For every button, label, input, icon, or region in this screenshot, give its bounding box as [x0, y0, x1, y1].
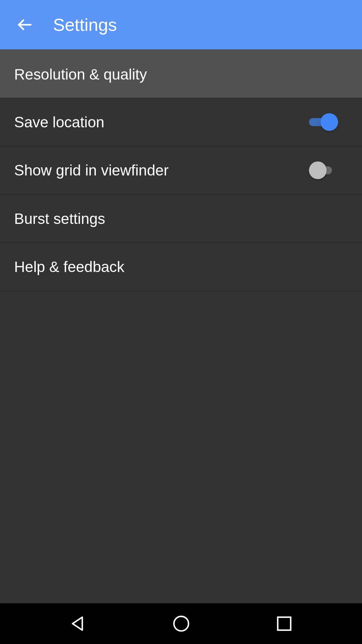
triangle-back-icon: [68, 614, 88, 633]
settings-item-resolution-quality[interactable]: Resolution & quality: [0, 50, 362, 98]
empty-space: [0, 291, 362, 603]
circle-home-icon: [171, 614, 191, 633]
toggle-thumb: [321, 113, 338, 131]
settings-item-label: Show grid in viewfinder: [14, 162, 169, 179]
settings-item-label: Burst settings: [14, 210, 105, 227]
settings-list: Resolution & quality Save location Show …: [0, 50, 362, 603]
settings-item-label: Help & feedback: [14, 258, 124, 275]
toggle-thumb: [309, 161, 326, 179]
settings-item-show-grid[interactable]: Show grid in viewfinder: [0, 147, 362, 195]
navigation-bar: [0, 603, 362, 644]
nav-recent-button[interactable]: [262, 610, 306, 637]
page-title: Settings: [53, 15, 117, 35]
svg-point-0: [174, 616, 188, 631]
settings-item-burst-settings[interactable]: Burst settings: [0, 195, 362, 243]
settings-item-label: Save location: [14, 114, 104, 131]
screen: Settings Resolution & quality Save locat…: [0, 0, 362, 644]
settings-item-save-location[interactable]: Save location: [0, 98, 362, 146]
square-recent-icon: [274, 614, 294, 633]
app-bar: Settings: [0, 0, 362, 50]
svg-rect-1: [277, 617, 290, 630]
settings-item-help-feedback[interactable]: Help & feedback: [0, 243, 362, 291]
show-grid-toggle[interactable]: [309, 161, 338, 179]
arrow-left-icon: [16, 16, 34, 34]
save-location-toggle[interactable]: [309, 113, 338, 131]
back-button[interactable]: [14, 14, 36, 36]
nav-back-button[interactable]: [56, 610, 100, 637]
nav-home-button[interactable]: [159, 610, 203, 637]
settings-item-label: Resolution & quality: [14, 66, 147, 83]
